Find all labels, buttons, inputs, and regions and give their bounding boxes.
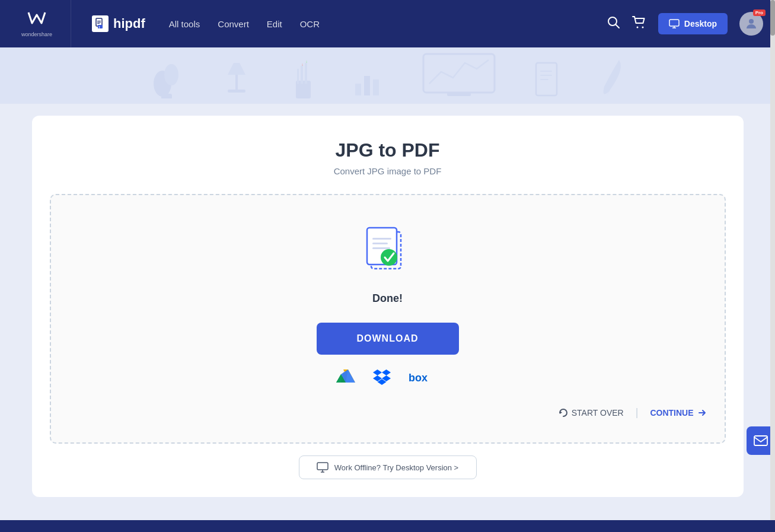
desktop-promo-banner[interactable]: Work Offline? Try Desktop Version > (299, 455, 477, 479)
success-icon-container (364, 225, 412, 281)
svg-line-7 (615, 24, 619, 28)
svg-rect-32 (540, 71, 552, 72)
continue-label: CONTINUE (650, 408, 693, 418)
svg-rect-10 (669, 20, 679, 26)
background-decorative (0, 47, 775, 104)
scrollbar[interactable] (770, 0, 775, 532)
nav-links: All tools Convert Edit OCR (169, 19, 589, 29)
nav-convert[interactable]: Convert (218, 19, 249, 29)
lamp-deco-icon (219, 57, 254, 104)
pencilcup-deco-icon (290, 60, 317, 104)
svg-rect-27 (364, 76, 370, 95)
svg-point-40 (381, 249, 397, 266)
nav-edit[interactable]: Edit (267, 19, 282, 29)
barchart-deco-icon (352, 63, 385, 104)
svg-rect-38 (372, 243, 388, 244)
page-title: JPG to PDF (50, 139, 726, 161)
svg-rect-22 (305, 63, 307, 84)
plant-deco-icon (151, 57, 183, 104)
scrollbar-thumb[interactable] (770, 0, 775, 36)
desktop-button[interactable]: Desktop (658, 13, 728, 34)
continue-button[interactable]: CONTINUE (650, 408, 706, 418)
main-card: JPG to PDF Convert JPG image to PDF (32, 116, 744, 497)
svg-rect-56 (754, 436, 767, 445)
start-over-button[interactable]: START OVER (559, 408, 624, 418)
cloud-storage-icons: box (336, 369, 439, 388)
svg-point-15 (164, 64, 178, 85)
svg-rect-28 (373, 79, 379, 95)
svg-point-9 (642, 26, 643, 28)
desktop-btn-label: Desktop (684, 19, 717, 28)
dropbox-icon[interactable] (373, 369, 391, 388)
svg-rect-34 (540, 79, 548, 80)
pro-badge: Pro (753, 9, 766, 16)
hipdf-brand: hipdf (113, 16, 145, 31)
download-button[interactable]: DOWNLOAD (317, 323, 459, 355)
nav-all-tools[interactable]: All tools (169, 19, 200, 29)
wondershare-logo[interactable]: wondershare (12, 0, 71, 47)
file-success-icon (364, 225, 412, 278)
svg-marker-25 (306, 60, 307, 63)
user-avatar[interactable]: Pro (739, 12, 763, 36)
svg-rect-37 (372, 238, 391, 240)
svg-rect-23 (297, 69, 299, 84)
svg-rect-21 (301, 66, 303, 84)
action-row: START OVER | CONTINUE (63, 406, 713, 419)
google-drive-icon[interactable] (336, 369, 355, 388)
svg-point-8 (636, 26, 638, 28)
header: wondershare f hipdf All tools Convert Ed… (0, 0, 775, 47)
svg-rect-17 (161, 94, 172, 98)
svg-rect-18 (235, 75, 238, 90)
deco-icons (151, 51, 625, 104)
nav-right: Desktop Pro (607, 12, 763, 36)
desktop-promo-text: Work Offline? Try Desktop Version > (334, 463, 458, 472)
nav-ocr[interactable]: OCR (300, 19, 320, 29)
svg-rect-29 (423, 54, 495, 93)
svg-rect-19 (228, 90, 245, 93)
svg-marker-24 (302, 63, 303, 66)
svg-marker-52 (560, 411, 562, 414)
cart-icon[interactable] (632, 16, 646, 32)
quill-deco-icon (598, 57, 625, 104)
svg-text:box: box (409, 372, 428, 384)
svg-rect-30 (447, 93, 471, 96)
svg-rect-2 (97, 22, 101, 23)
svg-rect-39 (372, 247, 390, 249)
search-icon[interactable] (607, 16, 620, 32)
hipdf-logo-icon: f (92, 15, 109, 32)
page-subtitle: Convert JPG image to PDF (50, 166, 726, 176)
divider: | (636, 406, 639, 419)
ws-icon (26, 10, 47, 30)
document-deco-icon (533, 60, 563, 104)
svg-marker-47 (382, 369, 391, 375)
footer-bar (0, 520, 775, 532)
svg-rect-26 (355, 84, 361, 95)
wondershare-label: wondershare (21, 31, 52, 37)
svg-rect-53 (317, 463, 328, 470)
monitor-deco-icon (420, 51, 497, 104)
main-content: JPG to PDF Convert JPG image to PDF (0, 104, 775, 521)
start-over-label: START OVER (572, 408, 624, 418)
svg-marker-46 (373, 369, 382, 375)
done-label: Done! (372, 292, 403, 305)
result-zone: Done! DOWNLOAD (50, 194, 726, 444)
svg-rect-1 (97, 21, 101, 21)
svg-rect-33 (540, 75, 552, 76)
svg-rect-3 (97, 23, 100, 24)
hipdf-logo[interactable]: f hipdf (92, 15, 145, 32)
svg-point-13 (749, 19, 754, 24)
box-icon[interactable]: box (409, 371, 439, 387)
